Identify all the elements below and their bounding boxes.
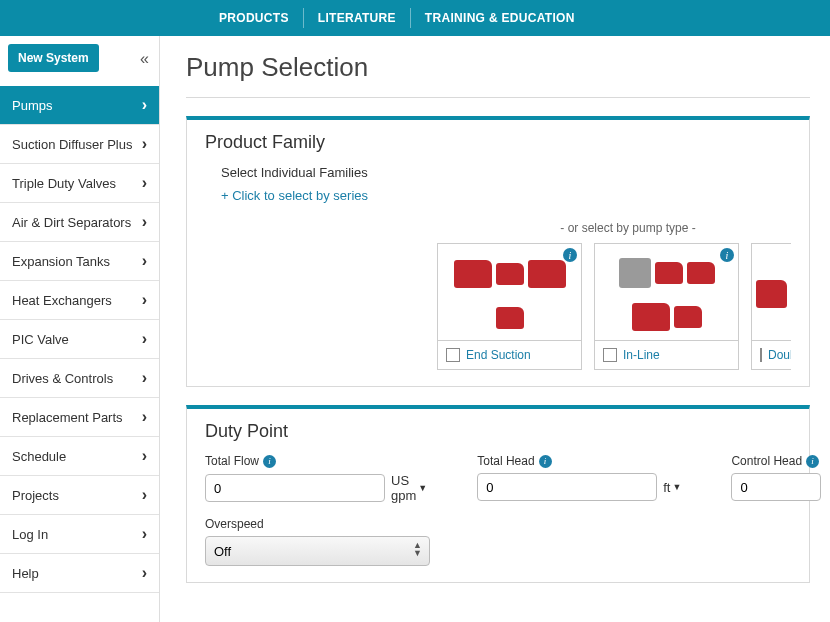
page-title: Pump Selection — [186, 52, 810, 83]
sidebar-item[interactable]: Suction Diffuser Plus› — [0, 125, 159, 164]
sidebar-item[interactable]: Help› — [0, 554, 159, 593]
info-icon[interactable]: i — [563, 248, 577, 262]
head-unit-select[interactable]: ft▼ — [663, 480, 681, 495]
sidebar-item[interactable]: Replacement Parts› — [0, 398, 159, 437]
pump-type-checkbox[interactable] — [760, 348, 762, 362]
chevron-down-icon: ▼ — [418, 483, 427, 493]
info-icon[interactable]: i — [806, 455, 819, 468]
info-icon[interactable]: i — [539, 455, 552, 468]
pump-type-image — [752, 244, 791, 340]
overspeed-select[interactable]: Off — [205, 536, 430, 566]
chevron-right-icon: › — [142, 369, 147, 387]
info-icon[interactable]: i — [720, 248, 734, 262]
control-head-input[interactable] — [731, 473, 821, 501]
pump-type-label: End Suction — [466, 348, 531, 362]
select-by-series-link[interactable]: + Click to select by series — [221, 188, 791, 203]
chevron-right-icon: › — [142, 252, 147, 270]
panel-title-duty: Duty Point — [205, 421, 791, 442]
family-sub-label: Select Individual Families — [221, 165, 791, 180]
chevron-right-icon: › — [142, 525, 147, 543]
chevron-right-icon: › — [142, 213, 147, 231]
pump-type-image — [438, 244, 581, 340]
sidebar-item-label: Expansion Tanks — [12, 254, 110, 269]
chevron-right-icon: › — [142, 96, 147, 114]
total-flow-label: Total Flow — [205, 454, 259, 468]
pump-type-checkbox[interactable] — [603, 348, 617, 362]
sidebar-item[interactable]: PIC Valve› — [0, 320, 159, 359]
duty-point-panel: Duty Point Total Flowi US gpm▼ Total Hea… — [186, 405, 810, 583]
chevron-right-icon: › — [142, 135, 147, 153]
total-head-label: Total Head — [477, 454, 534, 468]
chevron-right-icon: › — [142, 291, 147, 309]
sidebar-item-label: Projects — [12, 488, 59, 503]
sidebar-item[interactable]: Pumps› — [0, 86, 159, 125]
sidebar-item-label: Pumps — [12, 98, 52, 113]
pump-type-image — [595, 244, 738, 340]
chevron-right-icon: › — [142, 447, 147, 465]
sidebar-item-label: Suction Diffuser Plus — [12, 137, 132, 152]
sidebar-item[interactable]: Log In› — [0, 515, 159, 554]
sidebar-item-label: Drives & Controls — [12, 371, 113, 386]
sidebar-item[interactable]: Drives & Controls› — [0, 359, 159, 398]
sidebar-item-label: Log In — [12, 527, 48, 542]
pump-type-card-in-line[interactable]: i In-Line — [594, 243, 739, 370]
pump-type-card-double[interactable]: Double — [751, 243, 791, 370]
main-content: Pump Selection Product Family Select Ind… — [160, 36, 830, 622]
sidebar-item-label: PIC Valve — [12, 332, 69, 347]
sidebar-item[interactable]: Projects› — [0, 476, 159, 515]
sidebar-item[interactable]: Triple Duty Valves› — [0, 164, 159, 203]
pump-type-card-end-suction[interactable]: i End Suction — [437, 243, 582, 370]
chevron-right-icon: › — [142, 486, 147, 504]
chevron-right-icon: › — [142, 564, 147, 582]
chevron-right-icon: › — [142, 408, 147, 426]
or-select-text: - or select by pump type - — [205, 221, 791, 235]
panel-title-family: Product Family — [205, 132, 791, 153]
control-head-label: Control Head — [731, 454, 802, 468]
collapse-icon[interactable]: « — [140, 50, 149, 68]
product-family-panel: Product Family Select Individual Familie… — [186, 116, 810, 387]
info-icon[interactable]: i — [263, 455, 276, 468]
nav-training[interactable]: TRAINING & EDUCATION — [411, 8, 589, 28]
pump-type-label: Double — [768, 348, 791, 362]
sidebar-item-label: Replacement Parts — [12, 410, 123, 425]
nav-products[interactable]: PRODUCTS — [205, 8, 304, 28]
sidebar-item[interactable]: Expansion Tanks› — [0, 242, 159, 281]
total-flow-input[interactable] — [205, 474, 385, 502]
divider — [186, 97, 810, 98]
pump-type-checkbox[interactable] — [446, 348, 460, 362]
chevron-right-icon: › — [142, 174, 147, 192]
sidebar-item-label: Help — [12, 566, 39, 581]
sidebar-item-label: Heat Exchangers — [12, 293, 112, 308]
new-system-button[interactable]: New System — [8, 44, 99, 72]
top-nav: PRODUCTS LITERATURE TRAINING & EDUCATION — [0, 0, 830, 36]
nav-literature[interactable]: LITERATURE — [304, 8, 411, 28]
chevron-right-icon: › — [142, 330, 147, 348]
sidebar-item-label: Schedule — [12, 449, 66, 464]
sidebar-item[interactable]: Heat Exchangers› — [0, 281, 159, 320]
sidebar-item-label: Triple Duty Valves — [12, 176, 116, 191]
chevron-down-icon: ▼ — [672, 482, 681, 492]
pump-type-label: In-Line — [623, 348, 660, 362]
flow-unit-select[interactable]: US gpm▼ — [391, 473, 427, 503]
overspeed-label: Overspeed — [205, 517, 264, 531]
sidebar: New System « Pumps›Suction Diffuser Plus… — [0, 36, 160, 622]
sidebar-item-label: Air & Dirt Separators — [12, 215, 131, 230]
sidebar-item[interactable]: Air & Dirt Separators› — [0, 203, 159, 242]
sidebar-item[interactable]: Schedule› — [0, 437, 159, 476]
total-head-input[interactable] — [477, 473, 657, 501]
